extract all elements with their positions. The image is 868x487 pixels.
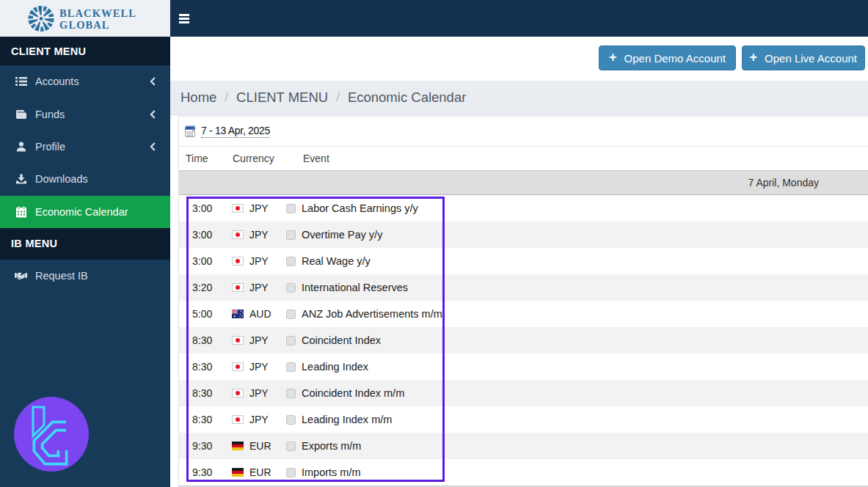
- event-checkbox[interactable]: [286, 336, 296, 345]
- open-demo-account-label: Open Demo Account: [624, 52, 726, 65]
- currency-cell: JPY: [232, 334, 286, 346]
- japan-flag-svg: [232, 336, 244, 345]
- sidebar-item-economic-calendar[interactable]: Economic Calendar: [0, 196, 170, 228]
- event-time: 8:30: [192, 334, 232, 346]
- hamburger-icon[interactable]: [179, 14, 189, 23]
- event-row: 8:30JPYLeading Index: [179, 354, 868, 380]
- currency-code: JPY: [249, 255, 269, 267]
- chevron-left-icon-svg: [150, 77, 156, 86]
- event-name: ANZ Job Advertisements m/m: [302, 308, 442, 320]
- chevron-left-icon-svg: [150, 110, 156, 119]
- currency-cell: JPY: [232, 202, 286, 214]
- event-row: 3:00JPYReal Wage y/y: [179, 248, 868, 274]
- breadcrumb-separator: /: [336, 90, 340, 105]
- currency-code: JPY: [249, 414, 269, 425]
- currency-cell: JPY: [232, 282, 286, 293]
- hamburger-bar: [179, 21, 189, 23]
- sidebar-item-funds[interactable]: Funds: [0, 98, 170, 130]
- client-menu: AccountsFundsProfileDownloadsEconomic Ca…: [0, 65, 170, 228]
- plus-icon: +: [750, 51, 758, 64]
- japan-flag: [232, 257, 249, 266]
- handshake-icon-svg: [15, 270, 27, 282]
- user-icon-svg: [15, 141, 27, 153]
- currency-cell: JPY: [232, 255, 286, 267]
- japan-flag: [232, 362, 249, 371]
- tc-monogram-icon: [14, 397, 89, 472]
- event-time: 8:30: [192, 414, 232, 425]
- calendar-header-row: Time Currency Event: [179, 147, 868, 171]
- sidebar-item-profile[interactable]: Profile: [0, 131, 170, 163]
- event-checkbox[interactable]: [286, 257, 296, 266]
- event-name: Leading Index: [302, 361, 368, 373]
- plus-icon: +: [609, 51, 617, 64]
- event-time: 9:30: [192, 440, 232, 452]
- date-calendar-icon: [185, 125, 195, 137]
- open-live-account-button[interactable]: + Open Live Account: [742, 45, 865, 70]
- date-range-link[interactable]: 7 - 13 Apr, 2025: [201, 125, 270, 138]
- event-time: 8:30: [192, 387, 232, 399]
- sidebar-item-accounts[interactable]: Accounts: [0, 65, 170, 98]
- breadcrumb-item[interactable]: CLIENT MENU: [236, 89, 328, 106]
- event-checkbox[interactable]: [286, 468, 296, 477]
- japan-flag-svg: [232, 362, 244, 371]
- event-row: 8:30JPYLeading Index m/m: [179, 406, 868, 433]
- sidebar-item-downloads[interactable]: Downloads: [0, 163, 170, 195]
- japan-flag-svg: [232, 283, 244, 292]
- event-row: 9:30EURImports m/m: [179, 459, 868, 486]
- event-checkbox[interactable]: [286, 283, 296, 293]
- handshake-icon: [15, 270, 27, 282]
- logo[interactable]: BLACKWELL GLOBAL: [0, 0, 170, 37]
- currency-code: JPY: [249, 202, 269, 214]
- australia-flag-svg: [232, 310, 244, 318]
- germany-flag-svg: [232, 468, 244, 477]
- currency-code: AUD: [249, 308, 271, 320]
- event-time: 9:30: [192, 466, 232, 478]
- event-name: Exports m/m: [302, 440, 361, 452]
- event-time: 3:20: [192, 282, 232, 293]
- open-live-account-label: Open Live Account: [765, 52, 857, 65]
- japan-flag: [232, 204, 249, 213]
- event-checkbox[interactable]: [286, 362, 296, 372]
- event-checkbox[interactable]: [286, 389, 296, 398]
- breadcrumb-separator: /: [225, 90, 228, 105]
- currency-code: JPY: [249, 229, 269, 241]
- calendar-icon: [15, 205, 27, 218]
- currency-code: JPY: [249, 334, 269, 346]
- logo-line2: GLOBAL: [59, 19, 136, 31]
- japan-flag-svg: [232, 415, 244, 424]
- event-row: 5:00AUDANZ Job Advertisements m/m: [179, 301, 868, 327]
- day-section-row: 7 April, Monday: [179, 171, 868, 195]
- event-time: 5:00: [192, 308, 232, 320]
- sunburst-icon: [27, 5, 55, 32]
- event-time: 3:00: [192, 202, 232, 214]
- sidebar-item-request-ib[interactable]: Request IB: [0, 260, 170, 292]
- japan-flag-svg: [232, 230, 244, 239]
- economic-calendar-panel: 7 - 13 Apr, 2025 Time Currency Event 7 A…: [178, 116, 868, 487]
- event-name: International Reserves: [302, 282, 408, 293]
- chevron-left-icon: [150, 110, 156, 119]
- currency-code: JPY: [249, 361, 269, 373]
- japan-flag-svg: [232, 204, 244, 213]
- ib-menu-header: IB MENU: [0, 228, 170, 260]
- breadcrumb-item[interactable]: Home: [180, 89, 216, 106]
- event-checkbox[interactable]: [286, 442, 296, 451]
- chevron-left-icon-svg: [150, 142, 156, 151]
- currency-code: JPY: [249, 282, 269, 293]
- event-name: Labor Cash Earnings y/y: [302, 202, 418, 214]
- event-row: 8:30JPYCoincident Index m/m: [179, 380, 868, 406]
- open-demo-account-button[interactable]: + Open Demo Account: [599, 45, 736, 70]
- germany-flag: [232, 468, 249, 477]
- event-time: 3:00: [192, 255, 232, 267]
- sidebar-item-label: Economic Calendar: [35, 206, 128, 218]
- event-checkbox[interactable]: [286, 310, 296, 319]
- event-row: 9:30EURExports m/m: [179, 433, 868, 459]
- event-row: 3:20JPYInternational Reserves: [179, 274, 868, 301]
- event-checkbox[interactable]: [286, 415, 296, 425]
- event-checkbox[interactable]: [286, 230, 296, 240]
- date-row: 7 - 13 Apr, 2025: [179, 117, 868, 147]
- event-checkbox[interactable]: [286, 204, 296, 213]
- sidebar-item-label: Profile: [35, 141, 65, 153]
- currency-cell: AUD: [232, 308, 286, 320]
- breadcrumb-item: Economic Calendar: [348, 89, 466, 106]
- sidebar-item-label: Request IB: [35, 270, 88, 282]
